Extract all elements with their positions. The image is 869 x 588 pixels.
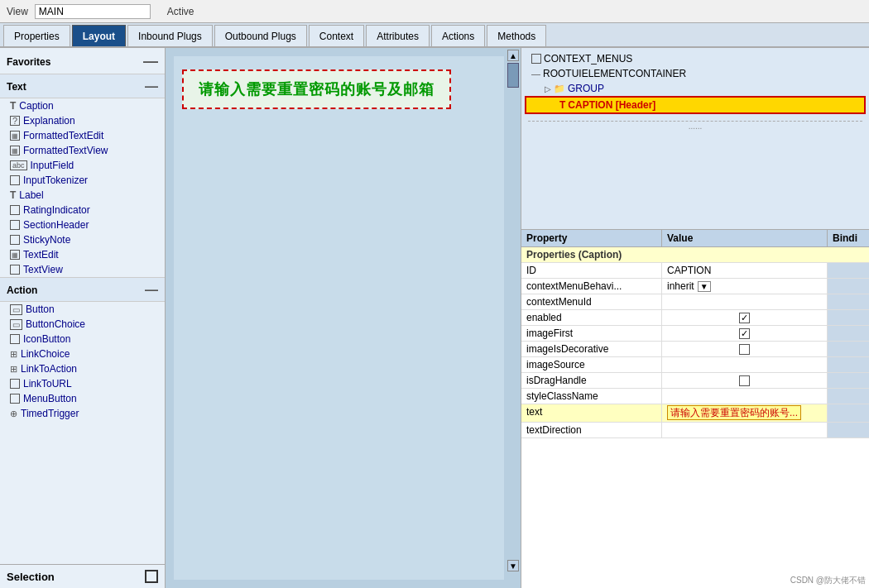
tree-separator: ...... (528, 121, 862, 131)
sidebar-item-menubutton[interactable]: MenuButton (0, 391, 165, 406)
sidebar-item-iconbutton[interactable]: IconButton (0, 332, 165, 347)
scroll-thumb-v[interactable] (507, 63, 519, 88)
tree-item-rootui[interactable]: — ROOTUIELEMENTCONTAINER (525, 66, 866, 81)
tab-context[interactable]: Context (309, 25, 364, 46)
props-cell-td-value[interactable] (662, 423, 828, 437)
button-icon: ▭ (10, 304, 22, 315)
tab-actions[interactable]: Actions (431, 25, 485, 46)
properties-panel: Property Value Bindi Properties (Caption… (521, 230, 869, 588)
sidebar-item-button[interactable]: ▭ Button (0, 302, 165, 317)
tree-item-context-menus[interactable]: CONTEXT_MENUS (525, 51, 866, 66)
props-row-contextmenuid[interactable]: contextMenuId (521, 294, 869, 310)
canvas-area: 请输入需要重置密码的账号及邮箱 ▲ ▼ (166, 48, 521, 588)
tree-text-context-menus: CONTEXT_MENUS (544, 53, 632, 65)
props-cell-text-bindi (828, 404, 869, 422)
props-row-text[interactable]: text 请输入需要重置密码的账号... (521, 404, 869, 423)
rootui-expand-icon: — (531, 69, 540, 79)
sidebar-item-ratingindicator[interactable]: RatingIndicator (0, 203, 165, 218)
props-cell-enabled-value: ✓ (662, 310, 828, 325)
favorites-header: Favorites — (0, 48, 165, 74)
props-row-textdirection[interactable]: textDirection (521, 423, 869, 438)
props-cell-is-label: imageSource (521, 357, 662, 372)
sidebar-item-textedit[interactable]: ▦ TextEdit (0, 247, 165, 262)
explanation-icon: ? (10, 116, 20, 126)
textedit-icon: ▦ (10, 250, 20, 260)
tree-text-caption: CAPTION [Header] (568, 99, 655, 111)
inputtokenizer-icon (10, 175, 20, 185)
selection-checkbox[interactable] (145, 570, 158, 583)
sidebar-item-sectionheader[interactable]: SectionHeader (0, 218, 165, 232)
sidebar-item-inputfield[interactable]: abc InputField (0, 158, 165, 173)
tab-attributes[interactable]: Attributes (366, 25, 430, 46)
props-cell-cmb-value: inherit ▼ (662, 279, 828, 294)
scroll-up-btn[interactable]: ▲ (507, 50, 519, 61)
sidebar-item-formattedtextedit[interactable]: ▦ FormattedTextEdit (0, 128, 165, 143)
menubutton-icon (10, 394, 20, 404)
props-cell-scn-label: styleClassName (521, 389, 662, 404)
props-cell-idh-bindi (828, 373, 869, 388)
props-cell-is-value[interactable] (662, 357, 828, 372)
favorites-minus[interactable]: — (143, 53, 158, 70)
sidebar-item-textview[interactable]: TextView (0, 262, 165, 277)
props-cell-cmb-label: contextMenuBehavi... (521, 279, 662, 294)
selection-bar: Selection (0, 564, 165, 588)
dropdown-arrow[interactable]: ▼ (698, 281, 711, 292)
tree-panel: CONTEXT_MENUS — ROOTUIELEMENTCONTAINER ▷… (521, 48, 869, 230)
props-cell-id-bindi (828, 263, 869, 278)
sidebar-item-linktoaction[interactable]: ⊞ LinkToAction (0, 361, 165, 376)
tree-item-group[interactable]: ▷ 📁 GROUP (525, 81, 866, 96)
props-row-id[interactable]: ID CAPTION (521, 263, 869, 279)
props-row-imagefirst[interactable]: imageFirst ✓ (521, 326, 869, 342)
props-cell-iid-value (662, 342, 828, 356)
props-row-enabled[interactable]: enabled ✓ (521, 310, 869, 326)
props-cell-idh-value (662, 373, 828, 388)
action-minus[interactable]: — (145, 283, 158, 298)
tab-outbound-plugs[interactable]: Outbound Plugs (214, 25, 307, 46)
props-cell-is-bindi (828, 357, 869, 372)
props-row-styleclassname[interactable]: styleClassName (521, 389, 869, 404)
sidebar-item-buttonchoice[interactable]: ▭ ButtonChoice (0, 317, 165, 332)
props-cell-scn-value[interactable] (662, 389, 828, 404)
props-cell-text-value[interactable]: 请输入需要重置密码的账号... (662, 404, 828, 422)
ratingindicator-icon (10, 205, 20, 215)
props-row-isdraghandle[interactable]: isDragHandle (521, 373, 869, 389)
value-col-header: Value (662, 230, 828, 246)
label-icon: T (10, 189, 16, 201)
props-cell-id-value: CAPTION (662, 263, 828, 278)
tab-inbound-plugs[interactable]: Inbound Plugs (127, 25, 213, 46)
sidebar-item-label[interactable]: T Label (0, 188, 165, 203)
main-input[interactable] (35, 4, 151, 19)
sidebar-item-linktourl[interactable]: LinkToURL (0, 376, 165, 391)
tab-methods[interactable]: Methods (487, 25, 546, 46)
tree-item-caption[interactable]: T CAPTION [Header] (525, 96, 866, 114)
imagefirst-checkbox[interactable]: ✓ (739, 328, 750, 339)
iconbutton-icon (10, 334, 20, 344)
imageisdecorative-checkbox[interactable] (739, 344, 750, 355)
isdraghandle-checkbox[interactable] (739, 375, 750, 386)
formattedtextview-icon: ▦ (10, 146, 20, 155)
caption-dashed-box[interactable]: 请输入需要重置密码的账号及邮箱 (182, 69, 451, 109)
props-row-imagesource[interactable]: imageSource (521, 357, 869, 373)
props-cell-cmid-value[interactable] (662, 294, 828, 309)
sidebar-item-explanation[interactable]: ? Explanation (0, 113, 165, 128)
sidebar-item-inputtokenizer[interactable]: InputTokenizer (0, 173, 165, 188)
bindi-col-header: Bindi (828, 230, 869, 246)
linkchoice-icon: ⊞ (10, 349, 17, 360)
text-minus[interactable]: — (145, 79, 158, 94)
sidebar-item-timedtrigger[interactable]: ⊕ TimedTrigger (0, 406, 165, 421)
props-row-imageisdecorative[interactable]: imageIsDecorative (521, 342, 869, 357)
tab-layout[interactable]: Layout (72, 25, 126, 46)
props-row-contextmenubehavi[interactable]: contextMenuBehavi... inherit ▼ (521, 279, 869, 294)
enabled-checkbox[interactable]: ✓ (739, 313, 750, 323)
sidebar-item-linkchoice[interactable]: ⊞ LinkChoice (0, 347, 165, 361)
props-cell-imagefirst-bindi (828, 326, 869, 341)
sidebar-item-formattedtextview[interactable]: ▦ FormattedTextView (0, 143, 165, 158)
canvas-design: 请输入需要重置密码的账号及邮箱 (174, 56, 504, 580)
sidebar-item-caption[interactable]: T Caption (0, 98, 165, 113)
sidebar-item-stickynote[interactable]: StickyNote (0, 232, 165, 247)
props-cell-iid-bindi (828, 342, 869, 356)
scroll-down-btn[interactable]: ▼ (507, 560, 519, 571)
textview-icon (10, 265, 20, 275)
tab-properties[interactable]: Properties (3, 25, 70, 46)
props-cell-idh-label: isDragHandle (521, 373, 662, 388)
